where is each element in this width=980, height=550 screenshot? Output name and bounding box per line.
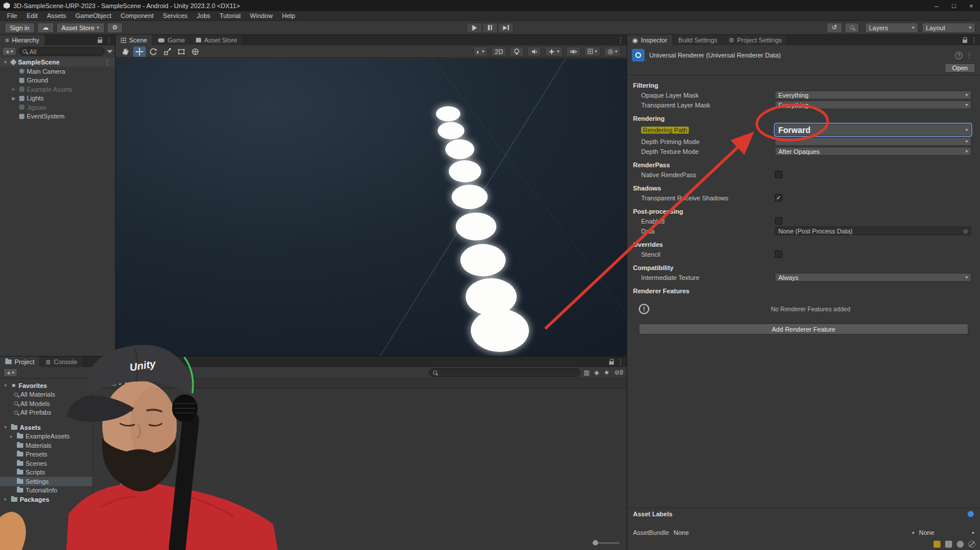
audio-toggle-button[interactable]	[527, 46, 541, 56]
open-button[interactable]: Open	[945, 63, 975, 73]
package-icon[interactable]: ▥	[584, 369, 589, 376]
object-picker-icon[interactable]: ◎	[963, 228, 968, 234]
tab-project[interactable]: Project	[0, 357, 40, 367]
postprocessing-data-field[interactable]: None (Post Process Data)◎	[775, 227, 971, 235]
chevron-collapsed-icon[interactable]: ▶	[10, 96, 17, 101]
sign-in-button[interactable]: Sign in	[5, 23, 35, 33]
layers-dropdown[interactable]: Layers▾	[865, 23, 918, 33]
depth-priming-mode-dropdown[interactable]: ▾	[775, 137, 971, 146]
hand-tool-button[interactable]	[119, 46, 132, 57]
undo-history-button[interactable]: ↺	[827, 23, 842, 33]
stencil-checkbox[interactable]: ✓	[775, 250, 782, 258]
chevron-collapsed-icon[interactable]: ▶	[10, 87, 17, 92]
hierarchy-item-example-assets[interactable]: ▶Example Assets	[0, 85, 115, 94]
intermediate-texture-dropdown[interactable]: Always▾	[775, 273, 971, 282]
bottom-bar-icon-3[interactable]	[957, 541, 964, 548]
lock-icon[interactable]	[98, 39, 102, 43]
play-button[interactable]	[467, 23, 482, 33]
transparent-receive-shadows-checkbox[interactable]: ✓	[775, 194, 782, 202]
menu-jobs[interactable]: Jobs	[192, 12, 215, 19]
kebab-menu-icon[interactable]: ⋮	[617, 358, 624, 366]
menu-assets[interactable]: Assets	[42, 12, 71, 19]
kebab-menu-icon[interactable]: ⋮	[617, 37, 624, 44]
pause-button[interactable]	[482, 23, 498, 33]
rotate-tool-button[interactable]	[147, 46, 160, 57]
layout-dropdown[interactable]: Layout▾	[922, 23, 975, 33]
move-tool-button[interactable]	[133, 46, 146, 57]
assetbundle-dropdown[interactable]: None▾	[674, 529, 914, 536]
menu-component[interactable]: Component	[116, 12, 158, 19]
opaque-layer-mask-dropdown[interactable]: Everything▾	[775, 91, 971, 99]
menu-edit[interactable]: Edit	[22, 12, 42, 19]
project-search-input[interactable]	[429, 368, 580, 377]
shading-mode-dropdown[interactable]: ◐▾	[473, 46, 488, 56]
global-search-button[interactable]	[845, 23, 859, 33]
toggle-2d-button[interactable]: 2D	[491, 46, 506, 56]
scene-visibility-button[interactable]	[566, 46, 581, 56]
tab-scene[interactable]: Scene	[116, 35, 153, 45]
kebab-menu-icon[interactable]: ⋮	[104, 59, 113, 66]
tab-inspector[interactable]: ◉Inspector	[627, 35, 673, 45]
tab-game[interactable]: Game	[153, 35, 191, 45]
hierarchy-item-eventsystem[interactable]: EventSystem	[0, 112, 115, 121]
menu-window[interactable]: Window	[245, 12, 277, 19]
asset-label-picker-icon[interactable]	[967, 511, 974, 517]
hierarchy-search-input[interactable]: All	[19, 47, 105, 56]
menu-tutorial[interactable]: Tutorial	[215, 12, 245, 19]
cloud-button[interactable]: ☁	[37, 23, 54, 33]
tab-asset-store[interactable]: Asset Store	[191, 35, 243, 45]
depth-texture-mode-dropdown[interactable]: After Opaques▾	[775, 147, 971, 156]
close-button[interactable]: ×	[963, 0, 980, 11]
label-tag-icon[interactable]: ◈	[594, 369, 599, 376]
kebab-menu-icon[interactable]: ⋮	[106, 37, 112, 44]
help-icon[interactable]: ?	[955, 52, 963, 59]
scale-tool-button[interactable]	[161, 46, 174, 57]
kebab-menu-icon[interactable]: ⋮	[971, 37, 977, 44]
favorites-star-icon[interactable]: ★	[604, 369, 610, 376]
transparent-layer-mask-dropdown[interactable]: Everything▾	[775, 100, 971, 109]
postprocessing-enabled-checkbox[interactable]: ✓	[775, 217, 782, 225]
step-button[interactable]	[498, 23, 514, 33]
maximize-button[interactable]: □	[945, 0, 963, 11]
tab-hierarchy[interactable]: ≡Hierarchy	[0, 35, 45, 45]
hierarchy-item-jigsaw[interactable]: Jigsaw	[0, 103, 115, 112]
thumbnail-zoom-slider[interactable]	[592, 540, 620, 546]
bottom-bar-icon-1[interactable]	[933, 541, 940, 548]
lock-icon[interactable]	[963, 39, 967, 43]
menu-file[interactable]: File	[2, 12, 22, 19]
transform-tool-button[interactable]	[189, 46, 202, 57]
filter-funnel-icon[interactable]	[107, 50, 113, 53]
slider-knob[interactable]	[593, 540, 598, 545]
bottom-bar-icon-4[interactable]	[968, 541, 975, 548]
services-gear-button[interactable]: ⚙	[107, 23, 123, 33]
effects-dropdown[interactable]: ▾	[545, 46, 563, 56]
lock-icon[interactable]	[609, 361, 614, 365]
kebab-menu-icon[interactable]: ⋮	[966, 52, 972, 59]
bottom-bar-icon-2[interactable]	[945, 541, 952, 548]
add-renderer-feature-button[interactable]: Add Renderer Feature	[639, 323, 968, 335]
hidden-count-icon[interactable]: ⊘8	[614, 369, 623, 376]
menu-gameobject[interactable]: GameObject	[71, 12, 116, 19]
project-create-button[interactable]: +▾	[3, 368, 17, 377]
minimize-button[interactable]: –	[928, 0, 945, 11]
gizmos-dropdown[interactable]: ◎▾	[604, 46, 621, 56]
asset-store-button[interactable]: Asset Store▾	[56, 23, 105, 33]
native-renderpass-checkbox[interactable]: ✓	[775, 171, 782, 178]
lighting-toggle-button[interactable]	[510, 46, 524, 56]
hierarchy-item-lights[interactable]: ▶Lights	[0, 94, 115, 103]
menu-help[interactable]: Help	[277, 12, 300, 19]
tab-project-settings[interactable]: ⚙Project Settings	[723, 35, 788, 45]
grid-dropdown[interactable]: ▾	[584, 46, 600, 56]
hierarchy-create-button[interactable]: +▾	[2, 47, 16, 56]
hierarchy-item-main-camera[interactable]: Main Camera	[0, 67, 115, 76]
gameobject-icon	[19, 96, 24, 101]
hierarchy-scene-row[interactable]: ▼ SampleScene ⋮	[0, 57, 115, 67]
tab-build-settings[interactable]: Build Settings	[673, 35, 723, 45]
chevron-expanded-icon[interactable]: ▼	[2, 60, 9, 65]
rect-tool-button[interactable]	[175, 46, 188, 57]
assetbundle-variant-dropdown[interactable]: None▾	[919, 529, 974, 536]
rendering-path-dropdown[interactable]: Forward▾	[775, 124, 971, 136]
scene-viewport[interactable]	[116, 59, 627, 356]
menu-services[interactable]: Services	[158, 12, 192, 19]
hierarchy-item-ground[interactable]: Ground	[0, 76, 115, 85]
